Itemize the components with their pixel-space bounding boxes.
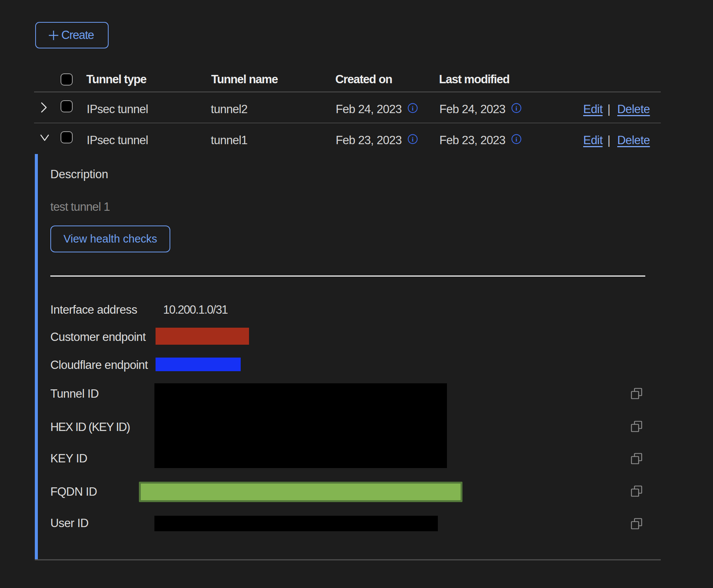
svg-text:i: i [412, 135, 414, 143]
svg-text:i: i [515, 104, 517, 112]
svg-text:i: i [515, 135, 517, 143]
svg-text:i: i [412, 104, 414, 112]
